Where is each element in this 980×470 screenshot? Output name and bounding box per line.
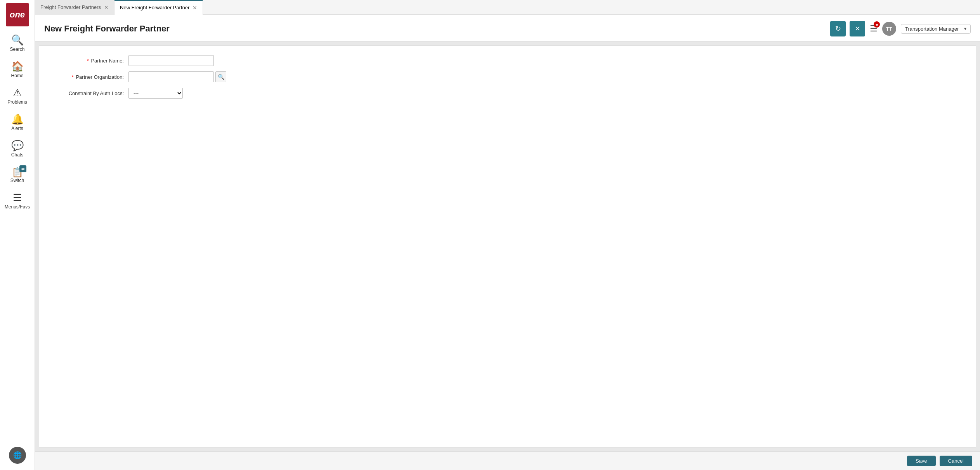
page-title: New Freight Forwarder Partner	[44, 24, 170, 34]
sidebar-item-problems[interactable]: ⚠ Problems	[0, 83, 35, 109]
warning-icon: ⚠	[13, 88, 22, 98]
partner-org-label: * Partner Organization:	[51, 74, 128, 80]
tabs-bar: Freight Forwarder Partners ✕ New Freight…	[35, 0, 980, 15]
sidebar-label-chats: Chats	[11, 152, 23, 158]
partner-org-row: * Partner Organization: 🔍	[51, 71, 964, 82]
sidebar-label-menus-favs: Menus/Favs	[5, 204, 30, 210]
partner-name-label-text: Partner Name:	[91, 58, 124, 64]
sidebar-item-home[interactable]: 🏠 Home	[0, 57, 35, 83]
constraint-auth-locs-label: Constraint By Auth Locs:	[51, 90, 128, 96]
home-icon: 🏠	[11, 61, 24, 71]
header-right: ↻ ✕ ☰ TT Transportation Manager ▾	[830, 21, 971, 36]
user-initials: TT	[886, 26, 892, 32]
sidebar-label-search: Search	[10, 47, 24, 52]
tab-freight-forwarder-partners[interactable]: Freight Forwarder Partners ✕	[35, 0, 114, 15]
tab-label-freight-forwarder-partners: Freight Forwarder Partners	[40, 4, 101, 10]
sidebar-item-switch[interactable]: 📋 ⇄ Switch	[0, 162, 35, 188]
menus-icon: ☰	[13, 193, 22, 203]
sidebar-item-alerts[interactable]: 🔔 Alerts	[0, 109, 35, 136]
avatar-icon: 🌐	[13, 451, 22, 460]
sidebar-item-chats[interactable]: 💬 Chats	[0, 136, 35, 162]
chat-icon: 💬	[11, 140, 24, 151]
form-section: * Partner Name: * Partner Organization: …	[39, 46, 976, 113]
refresh-button[interactable]: ↻	[830, 21, 846, 36]
tab-new-freight-forwarder-partner[interactable]: New Freight Forwarder Partner ✕	[114, 0, 203, 15]
tab-close-freight-forwarder-partners[interactable]: ✕	[104, 5, 109, 10]
page-header: New Freight Forwarder Partner ↻ ✕ ☰ TT T…	[35, 15, 980, 42]
app-logo[interactable]: one	[6, 3, 29, 26]
partner-org-label-text: Partner Organization:	[76, 74, 124, 80]
sidebar-label-alerts: Alerts	[11, 126, 23, 131]
constraint-auth-locs-select[interactable]: ---	[128, 88, 183, 99]
user-role: Transportation Manager	[905, 26, 959, 32]
notification-badge	[874, 21, 880, 28]
user-avatar-sidebar[interactable]: 🌐	[9, 447, 26, 464]
partner-org-search-button[interactable]: 🔍	[215, 71, 226, 82]
partner-name-required-star: *	[87, 58, 89, 64]
cancel-button[interactable]: Cancel	[940, 456, 972, 466]
discard-button[interactable]: ✕	[850, 21, 865, 36]
user-dropdown[interactable]: Transportation Manager ▾	[901, 24, 971, 34]
footer-bar: Save Cancel	[35, 451, 980, 470]
partner-org-required-star: *	[72, 74, 74, 80]
notifications-icon[interactable]: ☰	[870, 24, 878, 34]
search-icon: 🔍	[11, 35, 24, 45]
constraint-auth-locs-row: Constraint By Auth Locs: ---	[51, 88, 964, 99]
save-button[interactable]: Save	[907, 456, 936, 466]
sidebar-label-home: Home	[11, 73, 23, 78]
partner-org-input-wrap: 🔍	[128, 71, 226, 82]
partner-name-label: * Partner Name:	[51, 58, 128, 64]
sidebar-item-menus-favs[interactable]: ☰ Menus/Favs	[0, 188, 35, 214]
switch-icon-wrap: 📋 ⇄	[12, 167, 23, 178]
tab-close-new-freight-forwarder-partner[interactable]: ✕	[193, 5, 197, 10]
sidebar: one 🔍 Search 🏠 Home ⚠ Problems 🔔 Alerts …	[0, 0, 35, 470]
content-area: * Partner Name: * Partner Organization: …	[39, 45, 976, 447]
constraint-auth-locs-label-text: Constraint By Auth Locs:	[69, 90, 124, 96]
sidebar-label-switch: Switch	[10, 178, 24, 183]
user-avatar: TT	[882, 22, 896, 36]
header-actions: ↻ ✕	[830, 21, 865, 36]
bell-icon: 🔔	[11, 114, 24, 124]
partner-org-input[interactable]	[128, 71, 214, 82]
logo-text: one	[10, 10, 25, 20]
partner-name-input[interactable]	[128, 55, 214, 66]
sidebar-item-search[interactable]: 🔍 Search	[0, 30, 35, 57]
sidebar-label-problems: Problems	[7, 99, 27, 105]
switch-badge: ⇄	[19, 165, 26, 172]
tab-label-new-freight-forwarder-partner: New Freight Forwarder Partner	[120, 5, 189, 10]
dropdown-arrow-icon: ▾	[964, 26, 966, 31]
partner-name-row: * Partner Name:	[51, 55, 964, 66]
main-content: Freight Forwarder Partners ✕ New Freight…	[35, 0, 980, 470]
